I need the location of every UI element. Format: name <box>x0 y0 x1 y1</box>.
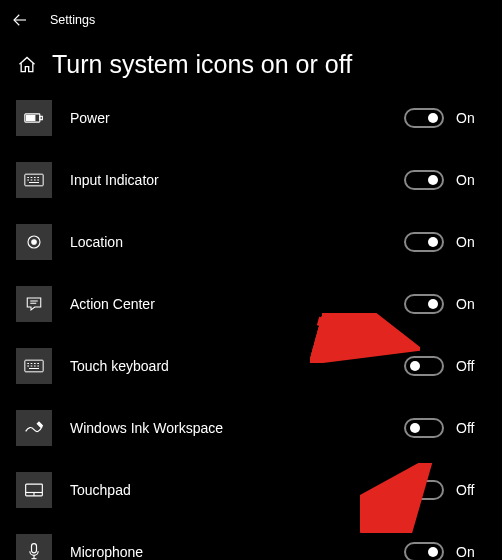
row-ink-workspace: Windows Ink Workspace Off <box>0 397 502 459</box>
row-touch-keyboard: Touch keyboard Off <box>0 335 502 397</box>
toggle-touch-keyboard[interactable] <box>404 356 444 376</box>
row-label: Touch keyboard <box>70 358 404 374</box>
svg-rect-3 <box>27 116 35 121</box>
settings-list: Power On Input Indicator On Lo <box>0 87 502 560</box>
row-label: Microphone <box>70 544 404 560</box>
page-title-row: Turn system icons on or off <box>0 40 502 87</box>
toggle-microphone[interactable] <box>404 542 444 560</box>
power-icon <box>16 100 52 136</box>
svg-point-15 <box>32 240 37 245</box>
toggle-state: On <box>456 172 480 188</box>
toggle-state: Off <box>456 358 480 374</box>
row-input-indicator: Input Indicator On <box>0 149 502 211</box>
page-title: Turn system icons on or off <box>52 50 352 79</box>
toggle-state: On <box>456 110 480 126</box>
row-action-center: Action Center On <box>0 273 502 335</box>
svg-rect-2 <box>40 116 43 119</box>
keyboard-icon <box>16 162 52 198</box>
touch-keyboard-icon <box>16 348 52 384</box>
toggle-action-center[interactable] <box>404 294 444 314</box>
row-label: Input Indicator <box>70 172 404 188</box>
ink-icon <box>16 410 52 446</box>
touchpad-icon <box>16 472 52 508</box>
location-icon <box>16 224 52 260</box>
toggle-state: On <box>456 234 480 250</box>
toggle-location[interactable] <box>404 232 444 252</box>
toggle-input-indicator[interactable] <box>404 170 444 190</box>
row-microphone: Microphone On <box>0 521 502 560</box>
row-power: Power On <box>0 87 502 149</box>
toggle-state: Off <box>456 482 480 498</box>
home-icon[interactable] <box>16 54 38 76</box>
row-touchpad: Touchpad Off <box>0 459 502 521</box>
row-location: Location On <box>0 211 502 273</box>
row-label: Action Center <box>70 296 404 312</box>
toggle-ink-workspace[interactable] <box>404 418 444 438</box>
toggle-power[interactable] <box>404 108 444 128</box>
window-title: Settings <box>50 13 95 27</box>
row-label: Touchpad <box>70 482 404 498</box>
svg-rect-31 <box>32 544 37 553</box>
row-label: Windows Ink Workspace <box>70 420 404 436</box>
toggle-state: On <box>456 544 480 560</box>
microphone-icon <box>16 534 52 560</box>
window-header: Settings <box>0 0 502 40</box>
row-label: Power <box>70 110 404 126</box>
toggle-state: On <box>456 296 480 312</box>
back-button[interactable] <box>8 8 32 32</box>
toggle-touchpad[interactable] <box>404 480 444 500</box>
row-label: Location <box>70 234 404 250</box>
action-center-icon <box>16 286 52 322</box>
toggle-state: Off <box>456 420 480 436</box>
